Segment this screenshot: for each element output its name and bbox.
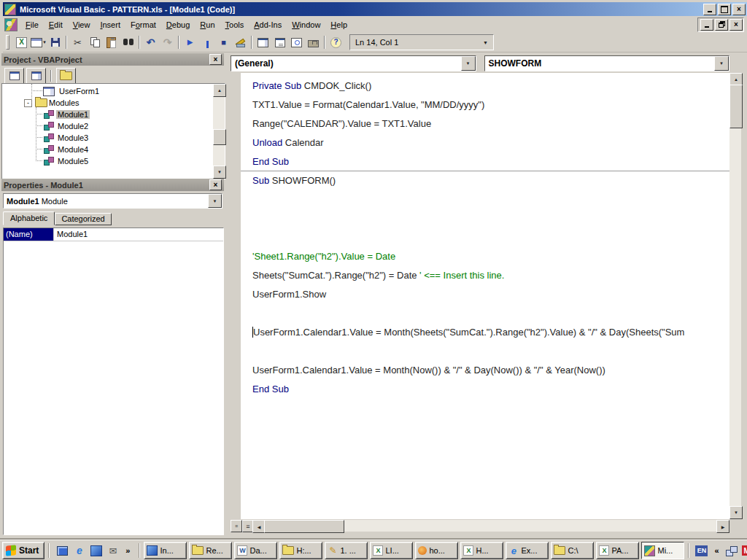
assistant-button[interactable]: ? [328,34,344,50]
break-button[interactable] [198,34,215,50]
antivirus-icon[interactable]: M [742,545,747,556]
quicklaunch-outlook-express[interactable] [90,545,102,557]
procedure-view-button[interactable] [231,520,242,532]
tree-item-module4[interactable]: Module4 [2,144,213,155]
mdi-close-button[interactable]: × [729,19,743,31]
taskbar-button[interactable]: WDa... [234,542,277,559]
tree-item-module5[interactable]: Module5 [2,155,213,167]
quicklaunch-internet-explorer[interactable]: e [73,545,85,557]
code-text: UserForm1.Show [252,289,326,300]
paste-button[interactable] [103,34,120,50]
overflow-chevron[interactable]: » [123,546,132,555]
reset-button[interactable]: ■ [215,34,232,50]
scroll-right-button[interactable] [716,520,729,533]
taskbar-button[interactable]: XLI... [370,542,413,559]
object-browser-button[interactable] [288,34,305,50]
taskbar-button[interactable]: H:... [279,542,322,559]
menu-help[interactable]: Help [325,18,352,31]
find-button[interactable] [120,34,136,50]
toolbox-button[interactable] [305,34,322,50]
property-row[interactable]: (Name) Module1 [4,228,223,241]
menu-window[interactable]: Window [287,18,325,31]
properties-panel-close-button[interactable]: × [209,179,222,190]
network-icon[interactable] [726,546,738,556]
object-selector-combo[interactable]: Module1 Module [3,193,222,209]
tray-chevron[interactable]: « [712,546,721,555]
menu-insert[interactable]: Insert [95,18,125,31]
taskbar-button[interactable]: Mi... [641,542,684,559]
copy-button[interactable] [86,34,103,50]
menu-format[interactable]: Format [125,18,161,31]
view-object-button[interactable] [26,68,46,84]
view-code-button[interactable] [4,68,24,84]
minimize-button[interactable] [703,4,716,15]
menu-view[interactable]: View [68,18,96,31]
taskbar-button[interactable]: ✎1. ... [325,542,368,559]
project-tree-content[interactable]: UserForm1 - Modules Module1Module2Module… [2,84,213,179]
toolbar-grip[interactable] [6,35,9,50]
project-panel-titlebar[interactable]: Project - VBAProject × [1,53,224,66]
property-value-cell[interactable]: Module1 [54,228,90,241]
taskbar-button[interactable]: ho... [415,542,458,559]
scrollbar-thumb[interactable] [729,85,743,128]
design-mode-button[interactable] [232,34,249,50]
mdi-restore-button[interactable] [715,19,728,31]
tree-item-userform1[interactable]: UserForm1 [2,85,213,97]
tree-item-module3[interactable]: Module3 [2,132,213,144]
taskbar-button[interactable]: eEx... [506,542,549,559]
procedure-dropdown[interactable]: SHOWFORM [484,55,730,71]
project-panel-close-button[interactable]: × [209,54,222,65]
object-dropdown[interactable]: (General) [231,55,476,71]
cursor-position-indicator[interactable]: Ln 14, Col 1 ▼ [349,34,494,50]
properties-window-button[interactable] [271,34,288,50]
tree-item-label: Module4 [56,145,90,154]
scroll-down-button[interactable] [729,506,743,519]
insert-userform-button[interactable]: ▾ [30,34,47,50]
language-indicator[interactable]: EN [695,545,708,556]
scrollbar-thumb[interactable] [213,129,226,145]
scroll-up-button[interactable] [213,84,226,97]
mdi-minimize-button[interactable] [700,19,713,31]
code-horizontal-scrollbar[interactable] [252,520,729,532]
taskbar-button[interactable]: XH... [460,542,503,559]
code-vertical-scrollbar[interactable] [729,73,741,519]
scrollbar-thumb[interactable] [264,520,344,533]
menu-debug[interactable]: Debug [161,18,195,31]
combo-dropdown-button[interactable] [714,56,729,71]
scroll-down-button[interactable] [213,166,226,179]
save-button[interactable] [47,34,63,50]
tree-item-label: UserForm1 [58,87,101,96]
properties-panel-titlebar[interactable]: Properties - Module1 × [1,179,224,191]
cut-button[interactable]: ✂ [69,34,86,50]
project-explorer-button[interactable] [255,34,271,50]
tree-item-module1[interactable]: Module1 [2,109,213,120]
taskbar-button[interactable]: Re... [189,542,232,559]
undo-button[interactable]: ↶ [142,34,159,50]
redo-button[interactable]: ↷ [159,34,176,50]
close-button[interactable]: × [732,4,746,15]
run-button[interactable]: ▶ [182,34,198,50]
maximize-button[interactable] [718,4,731,15]
taskbar-button[interactable]: C:\ [551,542,594,559]
toggle-folders-button[interactable] [56,68,76,84]
menu-run[interactable]: Run [195,18,220,31]
menu-tools[interactable]: Tools [220,18,249,31]
combo-dropdown-button[interactable] [208,194,222,208]
quicklaunch-show-desktop[interactable] [56,545,69,557]
taskbar-button[interactable]: XPA... [596,542,639,559]
tree-item-modules-folder[interactable]: - Modules [2,97,213,109]
project-tree-scrollbar[interactable] [213,84,225,179]
taskbar-button[interactable]: In... [144,542,187,559]
combo-dropdown-button[interactable] [461,56,476,71]
start-button[interactable]: Start [2,542,44,559]
tree-item-module2[interactable]: Module2 [2,120,213,132]
code-editor[interactable]: Private Sub CMDOK_Click()TXT1.Value = Fo… [241,73,729,519]
menu-addins[interactable]: Add-Ins [249,18,287,31]
quicklaunch-mail[interactable]: ✉ [107,545,119,557]
tab-categorized[interactable]: Categorized [55,213,111,225]
menu-file[interactable]: File [20,18,44,31]
quick-launch-icons: e✉ [56,545,119,557]
excel-view-button[interactable]: X [13,34,30,50]
menu-edit[interactable]: Edit [44,18,68,31]
tab-alphabetic[interactable]: Alphabetic [3,211,55,225]
